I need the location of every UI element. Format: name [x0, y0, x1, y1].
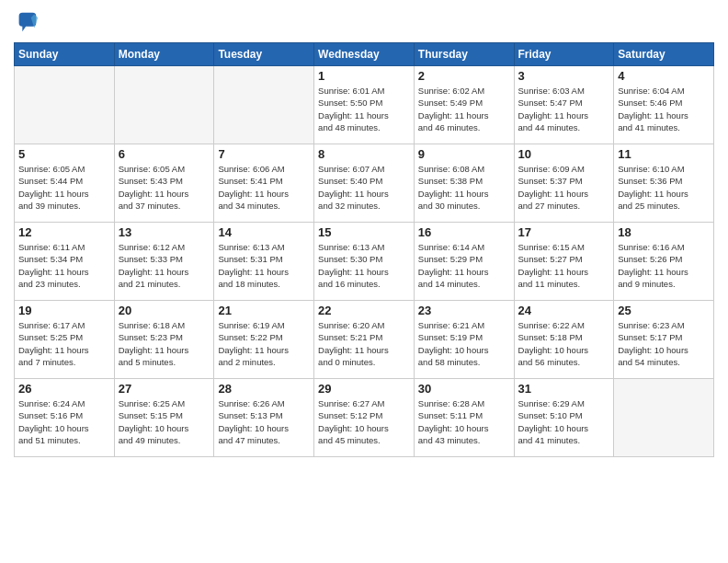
calendar-cell: 10Sunrise: 6:09 AM Sunset: 5:37 PM Dayli… — [514, 144, 614, 223]
day-number: 19 — [18, 304, 110, 317]
calendar-cell: 14Sunrise: 6:13 AM Sunset: 5:31 PM Dayli… — [214, 223, 314, 301]
day-info: Sunrise: 6:25 AM Sunset: 5:15 PM Dayligh… — [119, 397, 210, 446]
day-info: Sunrise: 6:09 AM Sunset: 5:37 PM Dayligh… — [518, 163, 610, 212]
weekday-header: Monday — [114, 43, 214, 66]
calendar-week-row: 12Sunrise: 6:11 AM Sunset: 5:34 PM Dayli… — [15, 223, 714, 301]
calendar-cell: 21Sunrise: 6:19 AM Sunset: 5:22 PM Dayli… — [214, 301, 314, 379]
day-info: Sunrise: 6:01 AM Sunset: 5:50 PM Dayligh… — [318, 85, 410, 133]
day-info: Sunrise: 6:24 AM Sunset: 5:16 PM Dayligh… — [18, 397, 110, 446]
day-info: Sunrise: 6:27 AM Sunset: 5:12 PM Dayligh… — [318, 397, 410, 446]
calendar-cell: 3Sunrise: 6:03 AM Sunset: 5:47 PM Daylig… — [514, 66, 614, 144]
calendar-cell: 25Sunrise: 6:23 AM Sunset: 5:17 PM Dayli… — [614, 301, 714, 379]
calendar-cell — [614, 379, 714, 457]
day-number: 12 — [18, 225, 110, 239]
calendar-cell: 27Sunrise: 6:25 AM Sunset: 5:15 PM Dayli… — [114, 379, 214, 457]
day-number: 18 — [618, 225, 710, 239]
day-info: Sunrise: 6:02 AM Sunset: 5:49 PM Dayligh… — [418, 85, 510, 133]
logo — [14, 9, 43, 35]
weekday-header: Wednesday — [314, 43, 415, 66]
day-info: Sunrise: 6:17 AM Sunset: 5:25 PM Dayligh… — [18, 319, 110, 368]
calendar-cell — [214, 66, 314, 144]
calendar-cell: 30Sunrise: 6:28 AM Sunset: 5:11 PM Dayli… — [414, 379, 514, 457]
calendar-cell: 9Sunrise: 6:08 AM Sunset: 5:38 PM Daylig… — [414, 144, 514, 223]
day-info: Sunrise: 6:20 AM Sunset: 5:21 PM Dayligh… — [318, 319, 410, 368]
day-info: Sunrise: 6:07 AM Sunset: 5:40 PM Dayligh… — [318, 163, 410, 212]
day-info: Sunrise: 6:15 AM Sunset: 5:27 PM Dayligh… — [518, 241, 610, 290]
weekday-header: Friday — [514, 43, 614, 66]
day-number: 13 — [119, 225, 210, 239]
calendar-week-row: 5Sunrise: 6:05 AM Sunset: 5:44 PM Daylig… — [15, 144, 714, 223]
weekday-header: Saturday — [614, 43, 714, 66]
calendar-cell: 11Sunrise: 6:10 AM Sunset: 5:36 PM Dayli… — [614, 144, 714, 223]
day-info: Sunrise: 6:05 AM Sunset: 5:43 PM Dayligh… — [119, 163, 210, 212]
day-number: 5 — [18, 147, 110, 161]
day-info: Sunrise: 6:13 AM Sunset: 5:31 PM Dayligh… — [218, 241, 310, 290]
day-info: Sunrise: 6:22 AM Sunset: 5:18 PM Dayligh… — [518, 319, 610, 368]
day-info: Sunrise: 6:26 AM Sunset: 5:13 PM Dayligh… — [218, 397, 310, 446]
calendar-cell: 20Sunrise: 6:18 AM Sunset: 5:23 PM Dayli… — [114, 301, 214, 379]
day-number: 6 — [119, 147, 210, 161]
calendar-cell: 1Sunrise: 6:01 AM Sunset: 5:50 PM Daylig… — [314, 66, 415, 144]
day-number: 7 — [218, 147, 310, 161]
day-info: Sunrise: 6:16 AM Sunset: 5:26 PM Dayligh… — [618, 241, 710, 290]
weekday-header: Sunday — [15, 43, 115, 66]
day-info: Sunrise: 6:04 AM Sunset: 5:46 PM Dayligh… — [618, 85, 710, 133]
calendar-week-row: 26Sunrise: 6:24 AM Sunset: 5:16 PM Dayli… — [15, 379, 714, 457]
day-number: 17 — [518, 225, 610, 239]
day-info: Sunrise: 6:03 AM Sunset: 5:47 PM Dayligh… — [518, 85, 610, 133]
calendar-cell: 15Sunrise: 6:13 AM Sunset: 5:30 PM Dayli… — [314, 223, 415, 301]
day-number: 24 — [518, 304, 610, 317]
calendar-cell: 18Sunrise: 6:16 AM Sunset: 5:26 PM Dayli… — [614, 223, 714, 301]
day-info: Sunrise: 6:29 AM Sunset: 5:10 PM Dayligh… — [518, 397, 610, 446]
calendar-cell: 16Sunrise: 6:14 AM Sunset: 5:29 PM Dayli… — [414, 223, 514, 301]
day-info: Sunrise: 6:19 AM Sunset: 5:22 PM Dayligh… — [218, 319, 310, 368]
day-info: Sunrise: 6:10 AM Sunset: 5:36 PM Dayligh… — [618, 163, 710, 212]
calendar-week-row: 1Sunrise: 6:01 AM Sunset: 5:50 PM Daylig… — [15, 66, 714, 144]
calendar-cell: 8Sunrise: 6:07 AM Sunset: 5:40 PM Daylig… — [314, 144, 415, 223]
day-number: 15 — [318, 225, 410, 239]
day-info: Sunrise: 6:13 AM Sunset: 5:30 PM Dayligh… — [318, 241, 410, 290]
page-container: SundayMondayTuesdayWednesdayThursdayFrid… — [0, 0, 728, 466]
day-info: Sunrise: 6:12 AM Sunset: 5:33 PM Dayligh… — [119, 241, 210, 290]
calendar-cell: 22Sunrise: 6:20 AM Sunset: 5:21 PM Dayli… — [314, 301, 415, 379]
day-info: Sunrise: 6:18 AM Sunset: 5:23 PM Dayligh… — [119, 319, 210, 368]
day-number: 3 — [518, 69, 610, 83]
calendar-cell: 13Sunrise: 6:12 AM Sunset: 5:33 PM Dayli… — [114, 223, 214, 301]
day-number: 4 — [618, 69, 710, 83]
day-number: 27 — [119, 382, 210, 396]
day-number: 16 — [418, 225, 510, 239]
calendar-cell — [114, 66, 214, 144]
calendar-cell: 28Sunrise: 6:26 AM Sunset: 5:13 PM Dayli… — [214, 379, 314, 457]
day-number: 20 — [119, 304, 210, 317]
calendar-cell: 7Sunrise: 6:06 AM Sunset: 5:41 PM Daylig… — [214, 144, 314, 223]
calendar-cell: 2Sunrise: 6:02 AM Sunset: 5:49 PM Daylig… — [414, 66, 514, 144]
day-number: 11 — [618, 147, 710, 161]
day-number: 29 — [318, 382, 410, 396]
calendar-cell: 17Sunrise: 6:15 AM Sunset: 5:27 PM Dayli… — [514, 223, 614, 301]
day-info: Sunrise: 6:23 AM Sunset: 5:17 PM Dayligh… — [618, 319, 710, 368]
weekday-header: Thursday — [414, 43, 514, 66]
day-info: Sunrise: 6:06 AM Sunset: 5:41 PM Dayligh… — [218, 163, 310, 212]
calendar-cell: 26Sunrise: 6:24 AM Sunset: 5:16 PM Dayli… — [15, 379, 115, 457]
day-number: 2 — [418, 69, 510, 83]
calendar-cell — [15, 66, 115, 144]
day-number: 30 — [418, 382, 510, 396]
day-info: Sunrise: 6:14 AM Sunset: 5:29 PM Dayligh… — [418, 241, 510, 290]
calendar-cell: 24Sunrise: 6:22 AM Sunset: 5:18 PM Dayli… — [514, 301, 614, 379]
calendar-table: SundayMondayTuesdayWednesdayThursdayFrid… — [14, 42, 714, 457]
day-number: 8 — [318, 147, 410, 161]
day-number: 22 — [318, 304, 410, 317]
day-number: 28 — [218, 382, 310, 396]
day-number: 26 — [18, 382, 110, 396]
day-number: 14 — [218, 225, 310, 239]
calendar-week-row: 19Sunrise: 6:17 AM Sunset: 5:25 PM Dayli… — [15, 301, 714, 379]
calendar-cell: 31Sunrise: 6:29 AM Sunset: 5:10 PM Dayli… — [514, 379, 614, 457]
day-number: 31 — [518, 382, 610, 396]
day-info: Sunrise: 6:21 AM Sunset: 5:19 PM Dayligh… — [418, 319, 510, 368]
day-number: 23 — [418, 304, 510, 317]
logo-icon — [14, 9, 40, 35]
page-header — [14, 9, 714, 35]
day-number: 1 — [318, 69, 410, 83]
calendar-cell: 5Sunrise: 6:05 AM Sunset: 5:44 PM Daylig… — [15, 144, 115, 223]
calendar-cell: 12Sunrise: 6:11 AM Sunset: 5:34 PM Dayli… — [15, 223, 115, 301]
